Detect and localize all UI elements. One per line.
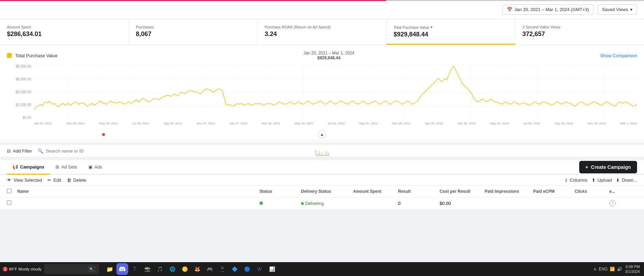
delete-label: Delete xyxy=(73,178,87,183)
create-campaign-label: Create Campaign xyxy=(591,164,631,170)
metric-label-0: Amount Spent xyxy=(7,25,122,29)
taskbar-icon-9[interactable]: 📱 xyxy=(216,263,228,275)
view-selected-label: View Selected xyxy=(14,178,42,183)
add-filter-button[interactable]: ⊟ Add Filter xyxy=(7,148,32,154)
campaigns-icon: 📢 xyxy=(12,164,18,170)
delivery-badge: Delivering xyxy=(301,201,324,206)
show-comparison-button[interactable]: Show Comparison xyxy=(600,53,637,58)
filter-bar: ⊟ Add Filter 🔍 xyxy=(0,145,644,157)
top-bar: 📅 Jan 20, 2021 – Mar 1, 2024 (GMT+3) Sav… xyxy=(0,0,644,19)
taskbar-icon-3[interactable]: 📸 xyxy=(141,263,153,275)
y-label-4: $0.00 xyxy=(7,116,31,120)
chevron-up-tray[interactable]: ∧ xyxy=(593,267,597,271)
table-row: Delivering 0 $0.00 ? xyxy=(0,197,644,209)
weather-temp: 80°F xyxy=(9,267,17,271)
tab-campaigns-label: Campaigns xyxy=(20,164,44,170)
metric-label-4: 2 Second Video Views xyxy=(522,25,637,29)
columns-label: Columns xyxy=(570,178,587,183)
trash-icon: 🗑 xyxy=(67,178,71,183)
chart-collapse-bar: ▲ xyxy=(0,128,644,141)
help-circle-icon[interactable]: ? xyxy=(609,200,616,206)
chevron-up-icon: ▲ xyxy=(320,132,324,137)
taskbar-right: ∧ ENG 📶 🔊 6:08 PM 3/1/2024 xyxy=(589,264,644,274)
metric-amount-spent[interactable]: Amount Spent $286,634.01 xyxy=(0,19,129,45)
metric-purchases[interactable]: Purchases 8,067 xyxy=(129,19,258,45)
chart-collapse-row: ▲ xyxy=(0,127,644,142)
x-axis-labels: Jan 20, 2021 Mar 28, 2021 May 29, 2021 J… xyxy=(34,121,637,127)
tab-ads[interactable]: ▣ Ads xyxy=(83,160,108,175)
row-extra: ? xyxy=(609,200,637,206)
taskbar-icon-8[interactable]: 🎮 xyxy=(204,263,215,275)
taskbar-icon-4[interactable]: 🎵 xyxy=(154,263,166,275)
row-select-checkbox[interactable] xyxy=(7,200,11,205)
chart-date-text: Jan 20, 2021 – Mar 1, 2024 xyxy=(303,51,354,55)
y-axis-labels: $8,000.00 $6,000.00 $4,000.00 $2,000.00 … xyxy=(7,64,31,127)
taskbar: 🔍 Search 🔍 📁 T 📸 🎵 🌐 🟡 🦊 🎮 📱 🔷 🔵 W 📊 ∧ E… xyxy=(0,262,644,276)
metric-label-2: Purchase ROAS (Return on Ad Spend) xyxy=(265,25,379,29)
columns-button[interactable]: ⫿ Columns xyxy=(565,178,587,183)
tab-ads-label: Ads xyxy=(95,164,102,170)
metric-value-3: $929,848.44 xyxy=(394,31,508,38)
system-tray-icons: ∧ ENG 📶 🔊 xyxy=(593,267,622,271)
legend-color-dot xyxy=(7,53,12,58)
taskbar-icon-discord[interactable] xyxy=(116,263,128,275)
upload-label: Upload xyxy=(598,178,612,183)
chart-legend: Total Purchase Value Jan 20, 2021 – Mar … xyxy=(7,51,637,60)
th-name: Name xyxy=(17,189,259,194)
taskbar-icon-5[interactable]: 🌐 xyxy=(166,263,178,275)
metric-value-4: 372,657 xyxy=(522,31,637,38)
delete-button[interactable]: 🗑 Delete xyxy=(67,178,87,183)
row-result: 0 xyxy=(398,201,440,206)
taskbar-icon-13[interactable]: 📊 xyxy=(266,263,278,275)
taskbar-icon-7[interactable]: 🦊 xyxy=(191,263,203,275)
metric-label-3: Total Purchase Value ▾ xyxy=(394,25,508,29)
taskbar-icon-file-manager[interactable]: 📁 xyxy=(104,263,116,275)
metric-total-purchase-value[interactable]: Total Purchase Value ▾ $929,848.44 xyxy=(387,19,515,45)
row-checkbox xyxy=(7,200,17,206)
view-selected-button[interactable]: 👁 View Selected xyxy=(7,178,42,183)
saved-views-label: Saved Views xyxy=(602,7,628,12)
tab-campaigns[interactable]: 📢 Campaigns xyxy=(7,160,50,175)
delivery-label: Delivering xyxy=(305,201,324,206)
taskbar-icon-11[interactable]: 🔵 xyxy=(241,263,253,275)
select-all-checkbox[interactable] xyxy=(7,189,11,193)
actions-right: ⫿ Columns ⬆ Upload ⬇ Down... xyxy=(565,178,637,183)
date-range-button[interactable]: 📅 Jan 20, 2021 – Mar 1, 2024 (GMT+3) xyxy=(502,5,593,15)
taskbar-weather: 1 80°F Mostly cloudy xyxy=(0,262,44,276)
collapse-chart-button[interactable]: ▲ xyxy=(318,130,326,138)
tabs-bar: 📢 Campaigns ⊞ Ad Sets ▣ Ads + Create Cam… xyxy=(0,160,644,175)
th-amount-spent: Amount Spent xyxy=(353,189,398,194)
metric-video-views[interactable]: 2 Second Video Views 372,657 xyxy=(515,19,644,45)
th-checkbox xyxy=(7,189,17,194)
weather-badge: 1 xyxy=(3,267,8,271)
taskbar-icon-10[interactable]: 🔷 xyxy=(229,263,240,275)
actions-bar: 👁 View Selected ✏ Edit 🗑 Delete ⫿ Column… xyxy=(0,175,644,186)
th-result: Result xyxy=(398,189,440,194)
taskbar-icon-12[interactable]: W xyxy=(254,263,265,275)
th-clicks: Clicks xyxy=(575,189,609,194)
search-input[interactable] xyxy=(46,148,115,154)
network-icon: 📶 xyxy=(610,267,615,271)
create-campaign-button[interactable]: + Create Campaign xyxy=(579,161,637,173)
calendar-icon: 📅 xyxy=(507,7,512,12)
saved-views-button[interactable]: Saved Views ▾ xyxy=(598,5,637,15)
taskbar-icon-6[interactable]: 🟡 xyxy=(179,263,191,275)
tab-ad-sets[interactable]: ⊞ Ad Sets xyxy=(50,160,83,175)
ad-sets-icon: ⊞ xyxy=(55,164,59,170)
lang-indicator: ENG xyxy=(599,267,608,271)
th-extra: e... xyxy=(609,189,637,194)
metric-label-1: Purchases xyxy=(136,25,250,29)
download-button[interactable]: ⬇ Down... xyxy=(616,178,637,183)
ads-icon: ▣ xyxy=(88,164,92,170)
metric-roas[interactable]: Purchase ROAS (Return on Ad Spend) 3.24 xyxy=(258,19,387,45)
taskbar-icon-teams[interactable]: T xyxy=(129,263,141,275)
columns-icon: ⫿ xyxy=(565,178,567,183)
edit-button[interactable]: ✏ Edit xyxy=(47,178,61,183)
upload-button[interactable]: ⬆ Upload xyxy=(592,178,612,183)
date-range-text: Jan 20, 2021 – Mar 1, 2024 (GMT+3) xyxy=(514,7,589,12)
chart-date-range: Jan 20, 2021 – Mar 1, 2024 $929,848.44 xyxy=(303,51,354,60)
chart-total-value: $929,848.44 xyxy=(303,55,354,60)
th-paid-impressions: Paid Impressions xyxy=(485,189,533,194)
download-label: Down... xyxy=(622,178,637,183)
chevron-down-icon: ▾ xyxy=(630,7,633,12)
